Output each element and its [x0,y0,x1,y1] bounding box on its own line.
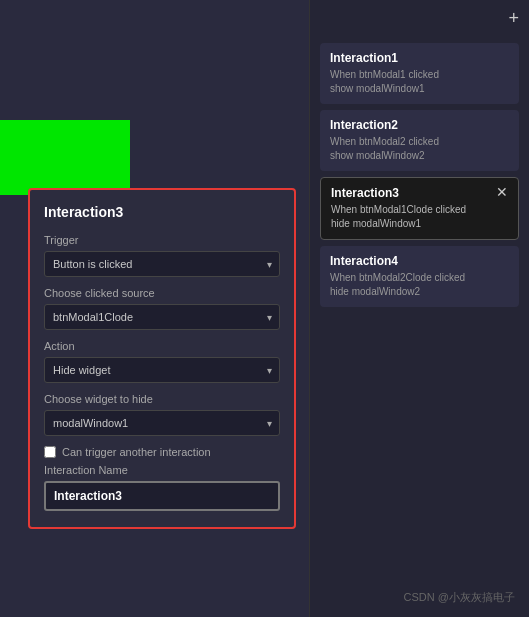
source-section: Choose clicked source btnModal1Clode [44,287,280,330]
widget-select-wrapper[interactable]: modalWindow1 [44,410,280,436]
card-subtitle-1: When btnModal1 clickedshow modalWindow1 [330,68,509,96]
card-subtitle-4: When btnModal2Clode clickedhide modalWin… [330,271,509,299]
add-interaction-button[interactable]: + [508,8,519,29]
action-select-wrapper[interactable]: Hide widget [44,357,280,383]
active-card-content: Interaction3 When btnModal1Clode clicked… [331,186,466,231]
action-label: Action [44,340,280,352]
widget-select[interactable]: modalWindow1 [44,410,280,436]
trigger-select-wrapper[interactable]: Button is clicked [44,251,280,277]
interaction-card-1[interactable]: Interaction1 When btnModal1 clickedshow … [320,43,519,104]
interaction-form: Interaction3 Trigger Button is clicked C… [28,188,296,529]
card-title-4: Interaction4 [330,254,509,268]
widget-label: Choose widget to hide [44,393,280,405]
source-label: Choose clicked source [44,287,280,299]
card-title-3: Interaction3 [331,186,466,200]
interaction-name-input[interactable] [44,481,280,511]
interaction-card-2[interactable]: Interaction2 When btnModal2 clickedshow … [320,110,519,171]
trigger-section: Trigger Button is clicked [44,234,280,277]
green-element [0,120,130,195]
interaction-card-4[interactable]: Interaction4 When btnModal2Clode clicked… [320,246,519,307]
panel-header: + [310,0,529,37]
form-title: Interaction3 [44,204,280,220]
close-card-button[interactable]: ✕ [496,184,508,200]
action-select[interactable]: Hide widget [44,357,280,383]
interaction-card-3[interactable]: Interaction3 When btnModal1Clode clicked… [320,177,519,240]
card-subtitle-2: When btnModal2 clickedshow modalWindow2 [330,135,509,163]
can-trigger-checkbox[interactable] [44,446,56,458]
right-panel: + Interaction1 When btnModal1 clickedsho… [309,0,529,617]
card-title-1: Interaction1 [330,51,509,65]
source-select-wrapper[interactable]: btnModal1Clode [44,304,280,330]
checkbox-label: Can trigger another interaction [62,446,211,458]
watermark: CSDN @小灰灰搞电子 [404,590,515,605]
card-title-2: Interaction2 [330,118,509,132]
source-select[interactable]: btnModal1Clode [44,304,280,330]
checkbox-row: Can trigger another interaction [44,446,280,458]
active-card-header: Interaction3 When btnModal1Clode clicked… [331,186,508,231]
card-subtitle-3: When btnModal1Clode clickedhide modalWin… [331,203,466,231]
widget-section: Choose widget to hide modalWindow1 [44,393,280,436]
trigger-select[interactable]: Button is clicked [44,251,280,277]
action-section: Action Hide widget [44,340,280,383]
interaction-name-label: Interaction Name [44,464,280,476]
trigger-label: Trigger [44,234,280,246]
